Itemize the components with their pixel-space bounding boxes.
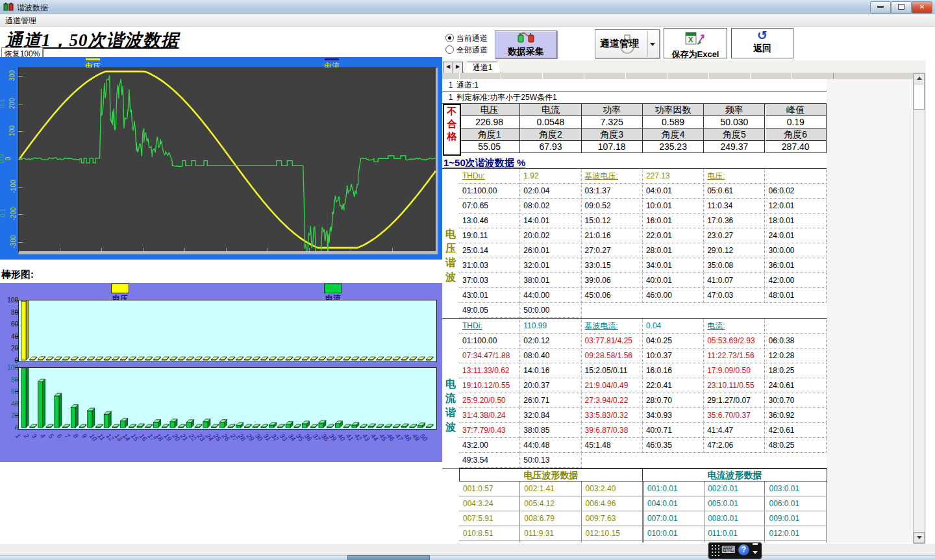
voltage-harmonic-header-cell: THDu: xyxy=(459,169,520,184)
criteria-info: 判定标准:功率小于25W条件1 xyxy=(456,91,557,103)
save-excel-button[interactable]: X 保存为Excel xyxy=(664,28,727,58)
back-button[interactable]: ↺ 返回 xyxy=(731,28,793,58)
waveform-data-cell: 015:0.01 xyxy=(766,541,827,542)
waveform-data-cell: 014:11.87 xyxy=(520,541,581,542)
ime-language-bar[interactable]: ⌨ ? xyxy=(708,542,762,559)
close-button[interactable]: ✕ xyxy=(912,1,932,14)
current-harmonic-cell: 15:2.05/0.11 xyxy=(582,363,643,378)
help-icon[interactable]: ? xyxy=(738,544,749,555)
radio-all-channels[interactable]: 全部通道 xyxy=(445,44,495,56)
ime-minimize-icon[interactable] xyxy=(753,543,758,545)
current-harmonic-side-label: 电 流 谐 波 xyxy=(444,377,457,434)
waveform-data-cell: 008:6.79 xyxy=(520,511,581,526)
keyboard-icon[interactable]: ⌨ xyxy=(721,544,736,555)
current-waveform-header: 电流波形数据 xyxy=(642,469,827,481)
current-harmonic-cell: 42:0.61 xyxy=(766,423,827,438)
current-harmonic-cell: 44:0.48 xyxy=(520,438,581,453)
summary-value-cell: 7.325 xyxy=(582,116,643,128)
voltage-harmonic-cell: 50:0.00 xyxy=(520,303,581,318)
voltage-harmonic-cell: 03:1.37 xyxy=(582,184,643,199)
ime-options-icon[interactable] xyxy=(753,551,758,554)
voltage-harmonic-cell: 25:0.14 xyxy=(459,243,520,258)
waveform-data-cell: 004:0.01 xyxy=(643,496,704,511)
voltage-harmonic-cell: 38:0.01 xyxy=(520,273,581,288)
bar-x-tick-label: 5 xyxy=(47,432,55,439)
current-harmonic-cell: 02:0.12 xyxy=(520,334,581,348)
channel-manage-label: 通道管理 xyxy=(600,38,639,50)
voltage-harmonic-cell: 13:0.46 xyxy=(459,213,520,228)
current-harmonic-cell: 07:34.47/1.88 xyxy=(459,348,520,363)
current-harmonic-cell: 38:0.85 xyxy=(520,423,581,438)
channel-manage-button[interactable]: 通道管理 xyxy=(595,29,660,58)
bar-x-tick-label: 6 xyxy=(55,432,63,439)
bar-x-tick-label: 50 xyxy=(419,432,429,443)
current-harmonic-cell: 23:10.11/0.55 xyxy=(704,378,765,393)
voltage-harmonic-cell: 33:0.15 xyxy=(582,258,643,273)
summary-value-cell: 287.40 xyxy=(766,141,827,153)
voltage-axis-tick-label: 200 xyxy=(8,98,16,109)
app-icon xyxy=(3,2,14,12)
scroll-down-button[interactable] xyxy=(914,532,925,543)
tab-channel-1[interactable]: 通道1 xyxy=(464,62,501,73)
current-harmonic-cell: 05:53.69/2.93 xyxy=(704,334,765,348)
voltage-harmonic-cell: 39:0.06 xyxy=(582,273,643,288)
menu-channel-management[interactable]: 通道管理 xyxy=(5,16,36,27)
voltage-axis-tick-label: 300 xyxy=(8,70,16,81)
current-harmonic-cell: 22:0.41 xyxy=(643,378,704,393)
waveform-data-cell: 001:0.01 xyxy=(643,481,704,496)
tab-scroll-left-button[interactable]: ◀ xyxy=(443,62,453,73)
voltage-harmonic-cell: 14:0.01 xyxy=(520,213,581,228)
voltage-harmonic-cell: 18:0.01 xyxy=(766,213,827,228)
voltage-harmonic-cell: 02:0.04 xyxy=(520,184,581,199)
voltage-harmonic-header-cell: 1.92 xyxy=(520,169,581,184)
tab-scroll-right-button[interactable]: ▶ xyxy=(453,62,463,73)
voltage-harmonic-cell: 27:0.27 xyxy=(582,243,643,258)
voltage-harmonic-cell: 23:0.27 xyxy=(704,228,765,243)
voltage-harmonic-cell: 26:0.01 xyxy=(520,243,581,258)
waveform-data-cell: 002:0.01 xyxy=(704,481,765,496)
summary-header-cell: 角度6 xyxy=(766,128,827,141)
down-arrow-icon xyxy=(917,536,922,539)
data-collect-button[interactable]: 数据采集 xyxy=(495,30,557,58)
current-harmonic-cell: 29:1.27/0.07 xyxy=(704,393,765,408)
voltage-harmonic-cell: 22:0.01 xyxy=(643,228,704,243)
voltage-harmonic-cell: 29:0.12 xyxy=(704,243,765,258)
summary-value-cell: 55.05 xyxy=(459,141,520,153)
scroll-up-button[interactable] xyxy=(914,73,925,84)
current-harmonic-cell: 39:6.87/0.38 xyxy=(582,423,643,438)
bar-chart-panel: 电压 电流 100806040200 100806040200 12345678… xyxy=(0,283,442,462)
taskbar-button[interactable] xyxy=(347,555,430,560)
current-harmonic-cell: 17:9.09/0.50 xyxy=(704,363,765,378)
minimize-button[interactable] xyxy=(870,1,891,14)
grid-area: 1 通道:1 1 判定标准:功率小于25W条件1电压电流功率功率因数频率峰值22… xyxy=(442,79,913,542)
minimize-icon xyxy=(877,6,884,8)
current-harmonic-cell: 43:2.00 xyxy=(459,438,520,453)
channel-manage-dropdown[interactable] xyxy=(647,31,658,56)
voltage-harmonic-cell: 44:0.00 xyxy=(520,288,581,303)
voltage-harmonic-header-cell xyxy=(766,169,827,184)
current-harmonic-cell: 33:5.83/0.32 xyxy=(582,408,643,423)
current-harmonic-cell: 48:0.25 xyxy=(766,438,827,453)
menu-bar xyxy=(0,14,935,27)
current-harmonic-cell: 41:4.47 xyxy=(704,423,765,438)
current-harmonic-cell: 04:0.25 xyxy=(643,334,704,348)
summary-value-cell: 0.0548 xyxy=(520,116,581,128)
summary-header-cell: 峰值 xyxy=(766,104,827,116)
voltage-harmonic-cell: 36:0.01 xyxy=(766,258,827,273)
voltage-swatch-icon xyxy=(111,284,129,293)
voltage-harmonic-cell: 24:0.01 xyxy=(766,228,827,243)
restore-window-button[interactable] xyxy=(891,1,912,14)
summary-value-cell: 0.589 xyxy=(643,116,704,128)
title-bar: 谐波数据 ✕ xyxy=(0,0,935,15)
current-harmonic-cell: 27:3.94/0.22 xyxy=(582,393,643,408)
radio-current-channel[interactable]: 当前通道 xyxy=(445,32,495,44)
grid-table: 1 通道:1 1 判定标准:功率小于25W条件1电压电流功率功率因数频率峰值22… xyxy=(442,79,827,542)
scrollbar-thumb[interactable] xyxy=(914,84,925,110)
current-harmonic-cell: 37:7.79/0.43 xyxy=(459,423,520,438)
waveform-data-cell: 012:10.15 xyxy=(582,526,643,541)
bar-x-tick-label: 7 xyxy=(64,432,71,439)
waveform-data-cell: 006:4.96 xyxy=(582,496,643,511)
window-title: 谐波数据 xyxy=(17,3,48,14)
current-harmonic-header-cell: 电流: xyxy=(704,319,765,334)
vertical-scrollbar[interactable] xyxy=(913,73,925,544)
